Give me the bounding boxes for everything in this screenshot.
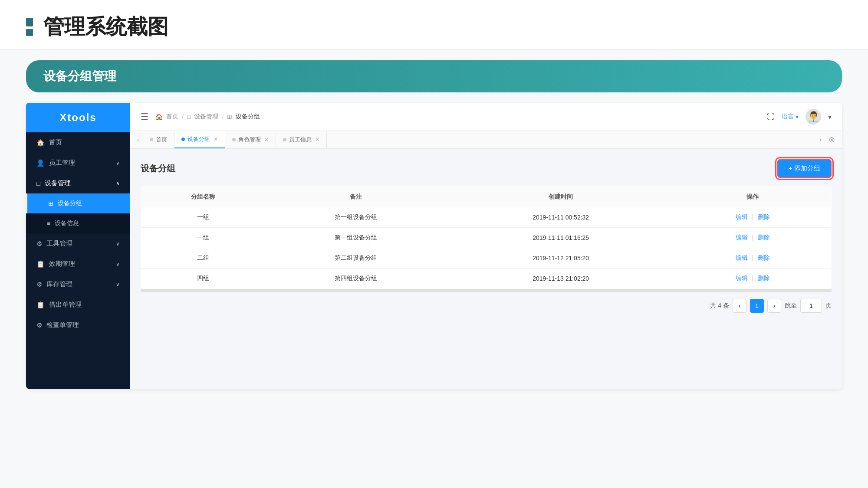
sidebar-item-home-label: 首页 — [49, 138, 62, 147]
close-all-tabs-icon[interactable]: ⊗ — [825, 135, 838, 144]
col-header-action: 操作 — [674, 187, 832, 207]
validity-arrow-icon: ∨ — [116, 261, 120, 267]
inspection-icon: ⚙ — [36, 321, 42, 329]
pagination-goto-input[interactable] — [800, 299, 822, 313]
cell-created-2: 2019-11-12 21:05:20 — [447, 248, 674, 269]
sidebar-item-borrow[interactable]: 📋 借出单管理 — [26, 295, 130, 315]
sidebar-item-device-group-label: 设备分组 — [58, 200, 82, 207]
sidebar-item-validity-label: 效期管理 — [49, 260, 75, 268]
sidebar-item-device-group[interactable]: ⊞ 设备分组 — [26, 193, 130, 213]
edit-link-2[interactable]: 编辑 — [736, 254, 748, 261]
table-row: 四组 第四组设备分组 2019-11-13 21:02:20 编辑 | 删除 — [141, 269, 832, 289]
tab-home[interactable]: 首页 — [143, 131, 174, 148]
tab-left-arrow[interactable]: ‹ — [134, 136, 143, 143]
pagination-page-label: 页 — [825, 302, 832, 310]
edit-link-1[interactable]: 编辑 — [736, 234, 748, 241]
page-title: 设备分组 — [141, 163, 175, 174]
lang-arrow-icon: ▾ — [796, 113, 799, 120]
cell-name-2: 二组 — [141, 248, 265, 269]
breadcrumb: 🏠 首页 / □ 设备管理 / ⊞ 设备分组 — [155, 113, 260, 121]
sidebar-item-home[interactable]: 🏠 首页 — [26, 132, 130, 153]
topbar: ☰ 🏠 首页 / □ 设备管理 / ⊞ 设备分组 ⛶ 语言 — [130, 103, 842, 131]
cell-action-3: 编辑 | 删除 — [674, 269, 832, 289]
breadcrumb-sep1: / — [182, 113, 184, 120]
tab-home-label: 首页 — [156, 136, 167, 144]
page-title-row: 设备分组 + 添加分组 — [141, 159, 832, 178]
pagination-prev-button[interactable]: ‹ — [733, 299, 746, 313]
tab-employee-info-dot — [283, 138, 286, 141]
cell-created-1: 2019-11-11 01:16:25 — [447, 228, 674, 248]
cell-remark-0: 第一组设备分组 — [265, 207, 447, 228]
banner-text: 设备分组管理 — [43, 69, 116, 83]
sidebar-item-inventory-label: 库存管理 — [46, 280, 72, 288]
tools-arrow-icon: ∨ — [116, 241, 120, 247]
pagination-goto-label: 跳至 — [785, 302, 797, 310]
table-row: 一组 第一组设备分组 2019-11-11 01:16:25 编辑 | 删除 — [141, 228, 832, 248]
hamburger-icon[interactable]: ☰ — [141, 111, 148, 122]
tab-home-dot — [150, 138, 153, 141]
tools-icon: ⚙ — [36, 240, 42, 248]
breadcrumb-group-label: 设备分组 — [236, 113, 260, 121]
device-arrow-icon: ∧ — [116, 180, 120, 187]
sidebar-item-device-info[interactable]: ≡ 设备信息 — [26, 213, 130, 233]
edit-link-0[interactable]: 编辑 — [736, 213, 748, 220]
cell-name-0: 一组 — [141, 207, 265, 228]
sidebar-item-device-label: 设备管理 — [45, 179, 71, 187]
tab-device-group[interactable]: 设备分组 ✕ — [174, 131, 225, 148]
delete-link-2[interactable]: 删除 — [758, 254, 770, 261]
breadcrumb-home-label[interactable]: 首页 — [166, 113, 178, 121]
lang-button[interactable]: 语言 ▾ — [782, 113, 799, 121]
sidebar-item-employee[interactable]: 👤 员工管理 ∨ — [26, 153, 130, 173]
sidebar-item-validity[interactable]: 📋 效期管理 ∨ — [26, 254, 130, 274]
sidebar-logo[interactable]: Xtools — [26, 103, 130, 132]
col-header-remark: 备注 — [265, 187, 447, 207]
content-area: ☰ 🏠 首页 / □ 设备管理 / ⊞ 设备分组 ⛶ 语言 — [130, 103, 842, 389]
tab-employee-info-label: 员工信息 — [289, 136, 312, 144]
delete-link-3[interactable]: 删除 — [758, 275, 770, 282]
tab-device-group-label: 设备分组 — [187, 135, 210, 143]
breadcrumb-device-label[interactable]: 设备管理 — [194, 113, 218, 121]
sidebar-item-tools[interactable]: ⚙ 工具管理 ∨ — [26, 233, 130, 254]
home-icon: 🏠 — [36, 139, 45, 147]
cell-name-1: 一组 — [141, 228, 265, 248]
pagination-next-button[interactable]: › — [767, 299, 781, 313]
table-row: 一组 第一组设备分组 2019-11-11 00:52:32 编辑 | 删除 — [141, 207, 832, 228]
sidebar-item-inventory[interactable]: ⚙ 库存管理 ∨ — [26, 274, 130, 295]
breadcrumb-group-icon: ⊞ — [227, 113, 232, 120]
pagination-page1-button[interactable]: 1 — [750, 299, 764, 313]
tab-role[interactable]: 角色管理 ✕ — [225, 131, 276, 148]
tab-right-arrow[interactable]: › — [816, 136, 825, 143]
cell-remark-1: 第一组设备分组 — [265, 228, 447, 248]
fullscreen-icon[interactable]: ⛶ — [767, 112, 775, 121]
borrow-icon: 📋 — [36, 301, 45, 309]
tab-employee-info-close[interactable]: ✕ — [315, 137, 319, 143]
pagination-total: 共 4 条 — [710, 302, 729, 310]
sidebar-item-inspection[interactable]: ⚙ 检查单管理 — [26, 315, 130, 335]
sidebar-sub-device: ⊞ 设备分组 ≡ 设备信息 — [26, 193, 130, 233]
breadcrumb-device-icon: □ — [187, 113, 191, 120]
device-group-icon: ⊞ — [48, 200, 53, 207]
avatar-button[interactable]: 👨‍💼 — [806, 109, 821, 124]
topbar-right: ⛶ 语言 ▾ 👨‍💼 ▾ — [767, 109, 832, 124]
delete-link-1[interactable]: 删除 — [758, 234, 770, 241]
action-sep-0: | — [752, 213, 754, 220]
tab-device-group-close[interactable]: ✕ — [214, 136, 218, 142]
sidebar-item-device[interactable]: □ 设备管理 ∧ — [26, 173, 130, 193]
action-sep-3: | — [752, 275, 754, 282]
tab-role-close[interactable]: ✕ — [264, 137, 269, 143]
avatar-arrow-icon[interactable]: ▾ — [828, 113, 832, 121]
employee-icon: 👤 — [36, 159, 45, 167]
tab-employee-info[interactable]: 员工信息 ✕ — [276, 131, 327, 148]
avatar-icon: 👨‍💼 — [808, 111, 819, 122]
sidebar-item-employee-label: 员工管理 — [49, 159, 75, 167]
validity-icon: 📋 — [36, 260, 45, 268]
tab-role-label: 角色管理 — [238, 136, 261, 144]
col-header-name: 分组名称 — [141, 187, 265, 207]
add-group-button[interactable]: + 添加分组 — [777, 159, 832, 178]
delete-link-0[interactable]: 删除 — [758, 213, 770, 220]
pagination-row: 共 4 条 ‹ 1 › 跳至 页 — [141, 292, 832, 313]
edit-link-3[interactable]: 编辑 — [736, 275, 748, 282]
breadcrumb-home-icon: 🏠 — [155, 113, 163, 120]
tab-device-group-dot — [181, 138, 185, 141]
main-layout: Xtools 🏠 首页 👤 员工管理 ∨ □ 设备管理 ∧ ⊞ — [26, 103, 842, 389]
